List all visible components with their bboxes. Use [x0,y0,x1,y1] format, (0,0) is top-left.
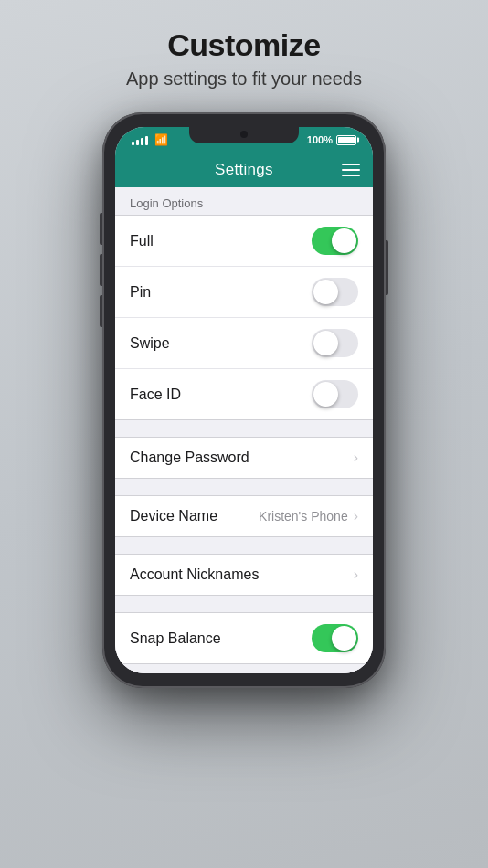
toggle-thumb-pin [313,280,338,304]
menu-button[interactable] [342,164,360,176]
menu-line-3 [342,175,360,176]
signal-icon [132,135,148,145]
toggle-thumb-face-id [313,382,338,407]
phone-wrapper: 📶 9:41 AM 100% Settings Login Options [102,112,386,688]
chevron-device-name-icon: › [354,508,358,524]
settings-row-account-nicknames[interactable]: Account Nicknames › [115,555,373,595]
row-right-device-name: Kristen's Phone › [259,508,358,524]
spacer-4 [115,596,373,612]
settings-row-face-id: Face ID [115,369,373,419]
nav-bar: Settings [115,153,373,187]
battery-icon [336,135,356,145]
phone-screen: 📶 9:41 AM 100% Settings Login Options [115,127,373,673]
menu-line-1 [342,164,360,165]
status-right: 100% [307,134,356,145]
status-left: 📶 [132,133,168,146]
spacer-2 [115,479,373,495]
settings-row-change-password[interactable]: Change Password › [115,438,373,478]
toggle-pin[interactable] [312,278,358,306]
settings-row-pin: Pin [115,267,373,318]
chevron-account-nicknames-icon: › [354,566,358,583]
chevron-change-password-icon: › [354,450,358,466]
settings-row-snap-balance: Snap Balance [115,613,373,663]
row-label-device-name: Device Name [130,508,217,524]
spacer-1 [115,420,373,437]
row-right-account-nicknames: › [354,566,358,583]
device-name-value: Kristen's Phone [259,509,348,524]
row-label-face-id: Face ID [130,386,181,403]
toggle-thumb-snap-balance [332,626,356,651]
settings-row-full: Full [115,216,373,267]
settings-row-device-name[interactable]: Device Name Kristen's Phone › [115,496,373,536]
page-header: Customize App settings to fit your needs [108,0,380,103]
toggle-full[interactable] [312,227,358,255]
row-label-swipe: Swipe [130,335,170,352]
toggle-swipe[interactable] [312,329,358,357]
spacer-5 [115,664,373,673]
toggle-face-id[interactable] [312,380,358,408]
toggle-thumb-full [332,228,356,253]
change-password-group: Change Password › [115,437,373,479]
account-nicknames-group: Account Nicknames › [115,554,373,596]
page-title: Customize [126,27,362,63]
toggle-snap-balance[interactable] [312,624,358,652]
device-name-group: Device Name Kristen's Phone › [115,495,373,537]
wifi-icon: 📶 [154,133,168,146]
row-right-change-password: › [354,450,358,466]
row-label-pin: Pin [130,284,151,301]
snap-balance-group: Snap Balance [115,612,373,664]
battery-percent: 100% [307,134,333,145]
section-header-login: Login Options [115,187,373,215]
settings-row-swipe: Swipe [115,318,373,369]
settings-content: Login Options Full Pin Swipe [115,187,373,673]
row-label-snap-balance: Snap Balance [130,630,221,647]
camera-dot [240,131,248,138]
login-options-group: Full Pin Swipe [115,215,373,420]
battery-fill [338,137,355,143]
page-subtitle: App settings to fit your needs [126,69,362,90]
menu-line-2 [342,169,360,171]
nav-title: Settings [215,161,273,179]
spacer-3 [115,537,373,554]
row-label-full: Full [130,233,154,249]
row-label-change-password: Change Password [130,450,249,466]
row-label-account-nicknames: Account Nicknames [130,566,259,583]
toggle-thumb-swipe [313,331,338,355]
